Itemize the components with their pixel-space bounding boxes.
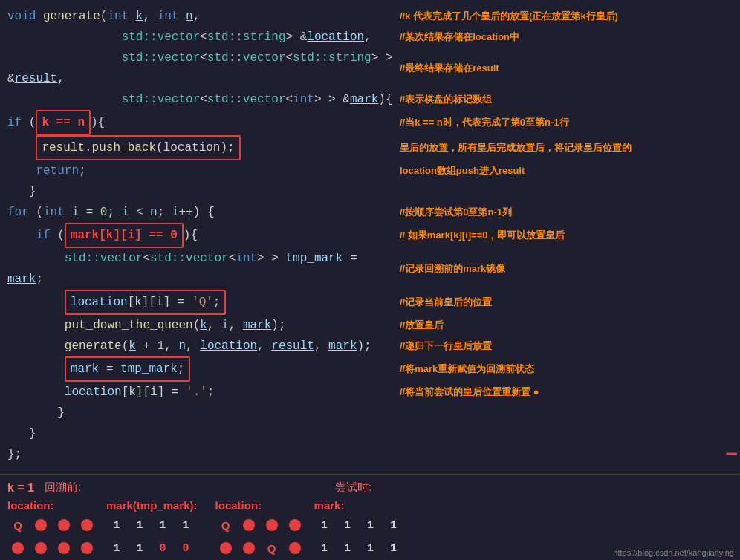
code-line-11-text: location[k][i] = 'Q'; bbox=[7, 290, 394, 315]
k-status-row: k = 1 回溯前: 尝试时: bbox=[7, 481, 733, 495]
ma-0-0: 1 bbox=[314, 515, 335, 535]
lb-0-0: Q bbox=[7, 515, 28, 535]
location-before-header: location: bbox=[7, 499, 97, 512]
mb-0-0: 1 bbox=[106, 515, 127, 535]
location-before-grid: Q bbox=[7, 515, 97, 560]
code-line-6: result.push_back(location); 皇后的放置，所有皇后完成… bbox=[7, 135, 733, 160]
code-line-1: void generate(int k, int n, //k 代表完成了几个皇… bbox=[7, 6, 733, 27]
ann-line6: 皇后的放置，所有皇后完成放置后，将记录皇后位置的 bbox=[394, 140, 733, 157]
lb-0-2 bbox=[53, 515, 74, 535]
code-line-17-text: } bbox=[7, 423, 394, 444]
mark-after-header: mark: bbox=[314, 499, 404, 512]
la-0-0: Q bbox=[215, 515, 236, 535]
la-0-3 bbox=[285, 515, 305, 535]
code-line-9-text: if (mark[k][i] == 0){ bbox=[7, 223, 394, 248]
code-line-13: generate(k + 1, n, location, result, mar… bbox=[7, 336, 733, 356]
try-label: 尝试时: bbox=[230, 481, 372, 495]
lb-1-0 bbox=[7, 538, 28, 559]
mark-before-block: mark(tmp_mark): 1 1 1 1 1 1 0 0 1 0 1 0 … bbox=[106, 499, 198, 560]
ann-line15: //将当前尝试的皇后位置重新置 ● bbox=[394, 384, 733, 401]
code-line-12-text: put_down_the_queen(k, i, mark); bbox=[7, 315, 394, 336]
la-0-1 bbox=[238, 515, 259, 535]
code-line-16: } bbox=[7, 403, 733, 423]
mb-0-2: 1 bbox=[152, 515, 173, 535]
ma-1-0: 1 bbox=[314, 538, 335, 559]
ma-1-2: 1 bbox=[360, 538, 381, 559]
ann-line6b: location数组push进入result bbox=[394, 163, 733, 180]
highlight-mark-restore: mark = tmp_mark; bbox=[65, 356, 191, 382]
code-line-12: put_down_the_queen(k, i, mark); //放置皇后 bbox=[7, 315, 733, 336]
la-1-2: Q bbox=[262, 538, 282, 559]
mark-after-block: mark: 1 1 1 1 1 1 1 1 1 1 1 1 1 0 1 bbox=[314, 499, 404, 560]
code-line-10-text: std::vector<std::vector<int> > tmp_mark … bbox=[7, 248, 394, 290]
mb-1-2: 0 bbox=[152, 538, 173, 559]
lb-0-1 bbox=[30, 515, 51, 535]
lb-0-3 bbox=[77, 515, 97, 535]
location-after-header: location: bbox=[215, 499, 305, 512]
ma-0-2: 1 bbox=[360, 515, 381, 535]
code-line-2-text: std::vector<std::string> &location, bbox=[7, 27, 394, 48]
watermark: https://blog.csdn.net/kangjianying bbox=[613, 548, 734, 557]
ann-line1: //k 代表完成了几个皇后的放置(正在放置第k行皇后) bbox=[394, 8, 733, 25]
mark-after-grid: 1 1 1 1 1 1 1 1 1 1 1 1 1 0 1 1 bbox=[314, 515, 404, 560]
ann-line13: //递归下一行皇后放置 bbox=[394, 338, 733, 355]
backtrack-label: 回溯前: bbox=[39, 481, 82, 495]
highlight-location-assign: location[k][i] = 'Q'; bbox=[65, 290, 227, 315]
code-line-7: } bbox=[7, 181, 733, 202]
code-line-18: }; bbox=[7, 444, 733, 465]
code-line-13-text: generate(k + 1, n, location, result, mar… bbox=[7, 336, 394, 356]
highlight-k-equals-n: k == n bbox=[36, 110, 91, 135]
ma-1-1: 1 bbox=[337, 538, 358, 559]
code-line-7-text: } bbox=[7, 181, 394, 202]
la-1-3 bbox=[285, 538, 305, 559]
code-line-3: std::vector<std::vector<std::string> > &… bbox=[7, 48, 733, 89]
dash-bottom: — bbox=[727, 443, 737, 463]
code-line-9: if (mark[k][i] == 0){ // 如果mark[k][i]==0… bbox=[7, 223, 733, 248]
code-line-15-text: location[k][i] = '.'; bbox=[7, 382, 394, 403]
code-line-18-text: }; bbox=[7, 444, 394, 465]
mb-0-3: 1 bbox=[175, 515, 196, 535]
ma-1-3: 1 bbox=[383, 538, 404, 559]
highlight-push-back: result.push_back(location); bbox=[36, 135, 240, 160]
ann-line5: //当k == n时，代表完成了第0至第n-1行 bbox=[394, 114, 733, 131]
ann-line12: //放置皇后 bbox=[394, 317, 733, 334]
k-value: k = 1 bbox=[7, 481, 34, 495]
la-1-0 bbox=[215, 538, 236, 559]
lb-1-3 bbox=[77, 538, 97, 559]
mark-before-header: mark(tmp_mark): bbox=[106, 499, 198, 512]
lb-1-1 bbox=[30, 538, 51, 559]
code-line-2: std::vector<std::string> &location, //某次… bbox=[7, 27, 733, 48]
ann-line11: //记录当前皇后的位置 bbox=[394, 294, 733, 311]
location-before-block: location: Q bbox=[7, 499, 97, 560]
location-after-block: location: Q Q bbox=[215, 499, 305, 560]
ann-line4: //表示棋盘的标记数组 bbox=[394, 91, 733, 108]
lb-1-2 bbox=[53, 538, 74, 559]
ann-line8: //按顺序尝试第0至第n-1列 bbox=[394, 204, 733, 221]
code-line-17: } bbox=[7, 423, 733, 444]
code-line-4-text: std::vector<std::vector<int> > &mark){ bbox=[7, 89, 394, 110]
code-line-5-text: if (k == n){ bbox=[7, 110, 394, 135]
code-line-11: location[k][i] = 'Q'; //记录当前皇后的位置 bbox=[7, 290, 733, 315]
separator bbox=[0, 474, 740, 475]
code-line-14: mark = tmp_mark; //将mark重新赋值为回溯前状态 bbox=[7, 356, 733, 382]
code-line-1-text: void generate(int k, int n, bbox=[7, 6, 394, 27]
mark-before-grid: 1 1 1 1 1 1 0 0 1 0 1 0 1 0 0 1 bbox=[106, 515, 198, 560]
ann-line10: //记录回溯前的mark镜像 bbox=[394, 261, 733, 278]
ann-line2: //某次结果存储在location中 bbox=[394, 29, 733, 46]
mb-1-0: 1 bbox=[106, 538, 127, 559]
ann-line14: //将mark重新赋值为回溯前状态 bbox=[394, 361, 733, 378]
code-line-6b-code: return; bbox=[7, 160, 394, 181]
la-1-1 bbox=[238, 538, 259, 559]
location-after-grid: Q Q bbox=[215, 515, 305, 560]
code-line-16-text: } bbox=[7, 403, 394, 423]
code-line-15: location[k][i] = '.'; //将当前尝试的皇后位置重新置 ● bbox=[7, 382, 733, 403]
code-line-3-text: std::vector<std::vector<std::string> > &… bbox=[7, 48, 394, 89]
code-line-10: std::vector<std::vector<int> > tmp_mark … bbox=[7, 248, 733, 290]
mb-1-1: 1 bbox=[129, 538, 150, 559]
code-line-6b: return; location数组push进入result bbox=[7, 160, 733, 181]
la-0-2 bbox=[262, 515, 282, 535]
code-line-4: std::vector<std::vector<int> > &mark){ /… bbox=[7, 89, 733, 110]
ma-0-1: 1 bbox=[337, 515, 358, 535]
code-line-8-text: for (int i = 0; i < n; i++) { bbox=[7, 202, 394, 223]
highlight-mark-zero: mark[k][i] == 0 bbox=[65, 223, 184, 248]
